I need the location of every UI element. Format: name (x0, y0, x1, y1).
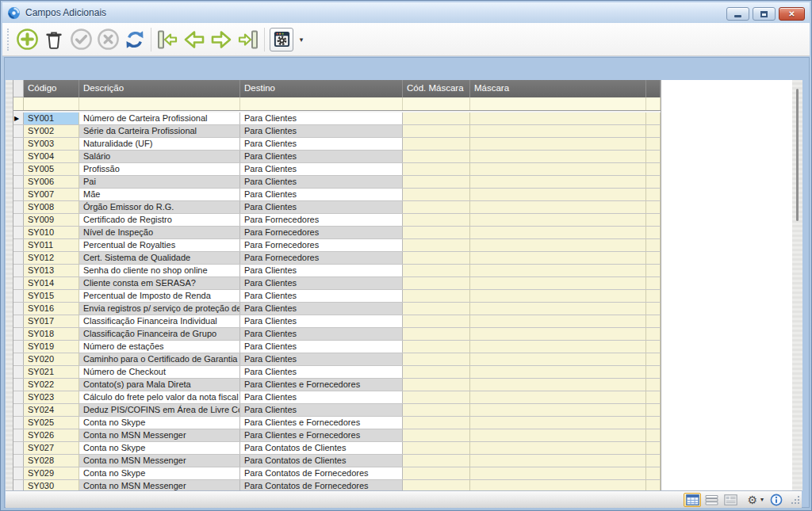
cell-cod-mascara[interactable] (403, 442, 470, 454)
cell-cod-mascara[interactable] (403, 290, 470, 302)
cell-codigo[interactable]: SY016 (24, 303, 79, 315)
cell-codigo[interactable]: SY009 (24, 214, 79, 226)
row-indicator-cell[interactable] (13, 277, 24, 289)
cell-codigo[interactable]: SY027 (24, 442, 79, 454)
titlebar[interactable]: Campos Adicionais ✕ (2, 2, 810, 23)
cell-descricao[interactable]: Conta no Skype (79, 467, 240, 479)
add-button[interactable] (13, 25, 40, 54)
cell-codigo[interactable]: SY024 (24, 404, 79, 416)
table-row[interactable]: SY023Cálculo do frete pelo valor da nota… (13, 391, 661, 404)
cell-cod-mascara[interactable] (403, 404, 470, 416)
cell-codigo[interactable]: SY012 (24, 252, 79, 264)
cell-destino[interactable]: Para Clientes e Fornecedores (240, 379, 403, 391)
cell-mascara[interactable] (470, 353, 646, 365)
cell-codigo[interactable]: SY005 (24, 163, 79, 175)
cell-destino[interactable]: Para Clientes (240, 138, 403, 150)
table-row[interactable]: SY030Conta no MSN MessengerPara Contatos… (13, 480, 661, 490)
cell-cod-mascara[interactable] (403, 366, 470, 378)
cell-mascara[interactable] (470, 328, 646, 340)
cell-destino[interactable]: Para Fornecedores (240, 252, 403, 264)
cell-mascara[interactable] (470, 417, 646, 429)
cell-destino[interactable]: Para Clientes (240, 163, 403, 175)
table-row[interactable]: SY017Classificação Financeira Individual… (13, 315, 661, 328)
cell-mascara[interactable] (470, 277, 646, 289)
cell-extra[interactable] (646, 315, 661, 327)
cell-extra[interactable] (646, 442, 661, 454)
cell-codigo[interactable]: SY023 (24, 391, 79, 403)
cell-mascara[interactable] (470, 467, 646, 479)
cell-mascara[interactable] (470, 303, 646, 315)
cell-mascara[interactable] (470, 480, 646, 490)
previous-record-button[interactable] (181, 25, 208, 54)
cell-mascara[interactable] (470, 125, 646, 137)
cell-extra[interactable] (646, 239, 661, 251)
row-indicator-cell[interactable] (13, 315, 24, 327)
table-row[interactable]: SY010Nível de InspeçãoPara Fornecedores (13, 227, 661, 239)
cell-descricao[interactable]: Conta no Skype (79, 417, 240, 429)
cell-mascara[interactable] (470, 189, 646, 200)
column-header-descricao[interactable]: Descrição (79, 80, 240, 97)
cell-mascara[interactable] (470, 366, 646, 378)
cell-descricao[interactable]: Conta no Skype (79, 442, 240, 454)
cell-extra[interactable] (646, 417, 661, 429)
cell-cod-mascara[interactable] (403, 467, 470, 479)
row-indicator-cell[interactable] (13, 138, 24, 150)
column-header-cod-mascara[interactable]: Cód. Máscara (403, 80, 470, 97)
cell-extra[interactable] (646, 404, 661, 416)
cell-descricao[interactable]: Caminho para o Certificado de Garantia (79, 353, 240, 365)
row-indicator-cell[interactable] (13, 328, 24, 340)
filter-cell-descricao[interactable] (79, 97, 240, 110)
cell-codigo[interactable]: SY020 (24, 353, 79, 365)
cell-cod-mascara[interactable] (403, 214, 470, 226)
row-indicator-cell[interactable] (13, 151, 24, 162)
cell-destino[interactable]: Para Fornecedores (240, 214, 403, 226)
cell-extra[interactable] (646, 379, 661, 391)
row-indicator-cell[interactable] (13, 442, 24, 454)
cell-cod-mascara[interactable] (403, 227, 470, 238)
cell-destino[interactable]: Para Clientes (240, 341, 403, 353)
row-indicator-cell[interactable] (13, 239, 24, 251)
cell-extra[interactable] (646, 125, 661, 137)
cell-extra[interactable] (646, 163, 661, 175)
filter-cell-destino[interactable] (240, 97, 403, 110)
table-row[interactable]: SY014Cliente consta em SERASA?Para Clien… (13, 277, 661, 290)
cell-codigo[interactable]: SY030 (24, 480, 79, 490)
cell-mascara[interactable] (470, 176, 646, 188)
cell-cod-mascara[interactable] (403, 277, 470, 289)
grid-view-button[interactable] (684, 493, 701, 507)
cell-codigo[interactable]: SY011 (24, 239, 79, 251)
cell-codigo[interactable]: SY002 (24, 125, 79, 137)
table-row[interactable]: SY027Conta no SkypePara Contatos de Clie… (13, 442, 661, 455)
table-row[interactable]: SY019Número de estaçõesPara Clientes (13, 341, 661, 353)
cell-cod-mascara[interactable] (403, 303, 470, 315)
table-row[interactable]: SY018Classificação Financeira de GrupoPa… (13, 328, 661, 341)
table-row[interactable]: SY012Cert. Sistema de QualidadePara Forn… (13, 252, 661, 265)
cell-extra[interactable] (646, 429, 661, 441)
cell-codigo[interactable]: SY008 (24, 201, 79, 213)
cell-destino[interactable]: Para Clientes (240, 112, 403, 124)
row-indicator-cell[interactable] (13, 480, 24, 490)
table-row[interactable]: SY013Senha do cliente no shop onlinePara… (13, 265, 661, 277)
cell-codigo[interactable]: SY010 (24, 227, 79, 238)
cell-extra[interactable] (646, 303, 661, 315)
cell-extra[interactable] (646, 277, 661, 289)
column-header-destino[interactable]: Destino (240, 80, 403, 97)
cell-mascara[interactable] (470, 214, 646, 226)
cell-destino[interactable]: Para Clientes e Fornecedores (240, 429, 403, 441)
cell-cod-mascara[interactable] (403, 138, 470, 150)
cell-extra[interactable] (646, 328, 661, 340)
cell-cod-mascara[interactable] (403, 201, 470, 213)
cell-destino[interactable]: Para Clientes (240, 303, 403, 315)
card-view-button[interactable] (722, 493, 739, 507)
cell-codigo[interactable]: SY028 (24, 455, 79, 467)
table-row[interactable]: SY003Naturalidade (UF)Para Clientes (13, 138, 661, 151)
row-indicator-cell[interactable] (13, 303, 24, 315)
cell-extra[interactable] (646, 480, 661, 490)
resize-grip[interactable] (790, 496, 799, 505)
cell-codigo[interactable]: SY019 (24, 341, 79, 353)
cell-codigo[interactable]: SY029 (24, 467, 79, 479)
cell-mascara[interactable] (470, 163, 646, 175)
table-row[interactable]: SY011Percentual de RoyaltiesPara Fornece… (13, 239, 661, 252)
cell-destino[interactable]: Para Clientes e Fornecedores (240, 417, 403, 429)
settings-menu-arrow[interactable]: ▾ (297, 36, 306, 44)
